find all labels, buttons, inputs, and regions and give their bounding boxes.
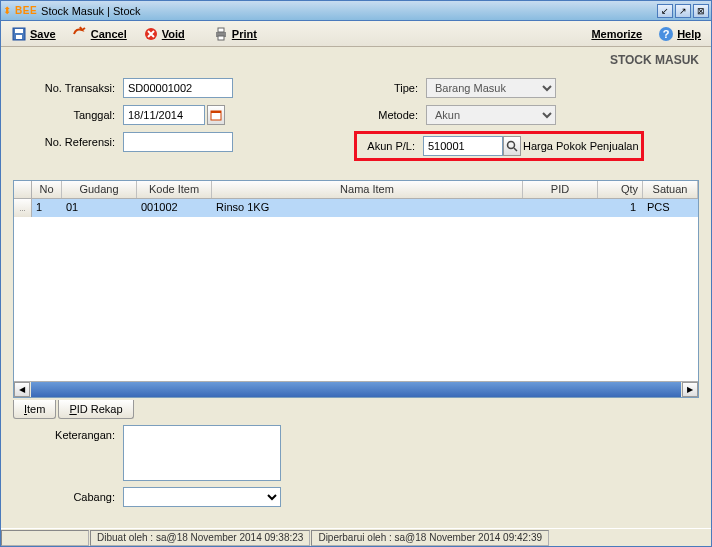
tab-item[interactable]: Item: [13, 400, 56, 419]
maximize-window-icon[interactable]: ↗: [675, 4, 691, 18]
help-label: Help: [677, 28, 701, 40]
svg-line-12: [514, 148, 517, 151]
cancel-icon: [72, 26, 88, 42]
cabang-label: Cabang:: [13, 491, 123, 503]
help-icon: ?: [658, 26, 674, 42]
toolbar: Save Cancel Void Print: [1, 21, 711, 47]
tipe-select[interactable]: Barang Masuk: [426, 78, 556, 98]
save-button[interactable]: Save: [7, 24, 60, 44]
void-icon: [143, 26, 159, 42]
status-left: [1, 530, 89, 546]
statusbar: Dibuat oleh : sa@18 November 2014 09:38:…: [1, 528, 711, 546]
table-row[interactable]: ... 1 01 001002 Rinso 1KG 1 PCS: [14, 199, 698, 217]
items-table: No Gudang Kode Item Nama Item PID Qty Sa…: [13, 180, 699, 398]
svg-rect-1: [15, 29, 23, 33]
page-title: STOCK MASUK: [1, 47, 711, 71]
scroll-left-icon[interactable]: ◀: [14, 382, 30, 397]
tipe-label: Tipe:: [356, 82, 426, 94]
minimize-window-icon[interactable]: ↙: [657, 4, 673, 18]
svg-text:?: ?: [663, 28, 670, 40]
calendar-icon[interactable]: [207, 105, 225, 125]
svg-rect-2: [16, 35, 22, 39]
cancel-label: Cancel: [91, 28, 127, 40]
cell-nama: Rinso 1KG: [212, 199, 523, 217]
keterangan-input[interactable]: [123, 425, 281, 481]
akun-pl-description: Harga Pokok Penjualan: [521, 140, 639, 152]
svg-point-11: [508, 142, 515, 149]
void-label: Void: [162, 28, 185, 40]
window-title: Stock Masuk | Stock: [41, 5, 140, 17]
row-header-button: [14, 181, 32, 198]
col-gudang-header[interactable]: Gudang: [62, 181, 137, 198]
cell-pid: [523, 199, 598, 217]
svg-rect-5: [218, 28, 224, 32]
no-referensi-label: No. Referensi:: [13, 136, 123, 148]
metode-select[interactable]: Akun: [426, 105, 556, 125]
col-satuan-header[interactable]: Satuan: [643, 181, 698, 198]
lookup-icon[interactable]: [503, 136, 521, 156]
col-no-header[interactable]: No: [32, 181, 62, 198]
cell-kode: 001002: [137, 199, 212, 217]
metode-label: Metode:: [356, 109, 426, 121]
void-button[interactable]: Void: [139, 24, 189, 44]
tab-pid-rekap[interactable]: PID Rekap: [58, 400, 133, 419]
scroll-track[interactable]: [31, 382, 681, 397]
status-updated: Diperbarui oleh : sa@18 November 2014 09…: [311, 530, 549, 546]
col-nama-header[interactable]: Nama Item: [212, 181, 523, 198]
print-icon: [213, 26, 229, 42]
titlebar: ⬍ BEE Stock Masuk | Stock ↙ ↗ ⊠: [1, 1, 711, 21]
col-pid-header[interactable]: PID: [523, 181, 598, 198]
row-selector[interactable]: ...: [14, 199, 32, 217]
logo-arrow: ⬍: [3, 5, 11, 16]
tanggal-input[interactable]: [123, 105, 205, 125]
memorize-label: Memorize: [591, 28, 642, 40]
status-created: Dibuat oleh : sa@18 November 2014 09:38:…: [90, 530, 310, 546]
no-transaksi-label: No. Transaksi:: [13, 82, 123, 94]
scroll-right-icon[interactable]: ▶: [682, 382, 698, 397]
cell-qty: 1: [598, 199, 643, 217]
cell-no: 1: [32, 199, 62, 217]
akun-pl-label: Akun P/L:: [359, 140, 423, 152]
no-referensi-input[interactable]: [123, 132, 233, 152]
memorize-button[interactable]: Memorize: [587, 24, 646, 44]
akun-pl-highlight: Akun P/L: Harga Pokok Penjualan: [354, 131, 644, 161]
cancel-button[interactable]: Cancel: [68, 24, 131, 44]
cabang-select[interactable]: [123, 487, 281, 507]
app-logo: BEE: [15, 5, 37, 16]
cell-gudang: 01: [62, 199, 137, 217]
cell-satuan: PCS: [643, 199, 698, 217]
svg-rect-10: [211, 111, 221, 113]
horizontal-scrollbar[interactable]: ◀ ▶: [14, 381, 698, 397]
svg-rect-6: [218, 36, 224, 40]
col-qty-header[interactable]: Qty: [598, 181, 643, 198]
help-button[interactable]: ? Help: [654, 24, 705, 44]
akun-pl-input[interactable]: [423, 136, 503, 156]
tanggal-label: Tanggal:: [13, 109, 123, 121]
print-label: Print: [232, 28, 257, 40]
save-label: Save: [30, 28, 56, 40]
no-transaksi-input[interactable]: [123, 78, 233, 98]
close-window-icon[interactable]: ⊠: [693, 4, 709, 18]
print-button[interactable]: Print: [209, 24, 261, 44]
keterangan-label: Keterangan:: [13, 425, 123, 481]
save-icon: [11, 26, 27, 42]
col-kode-header[interactable]: Kode Item: [137, 181, 212, 198]
